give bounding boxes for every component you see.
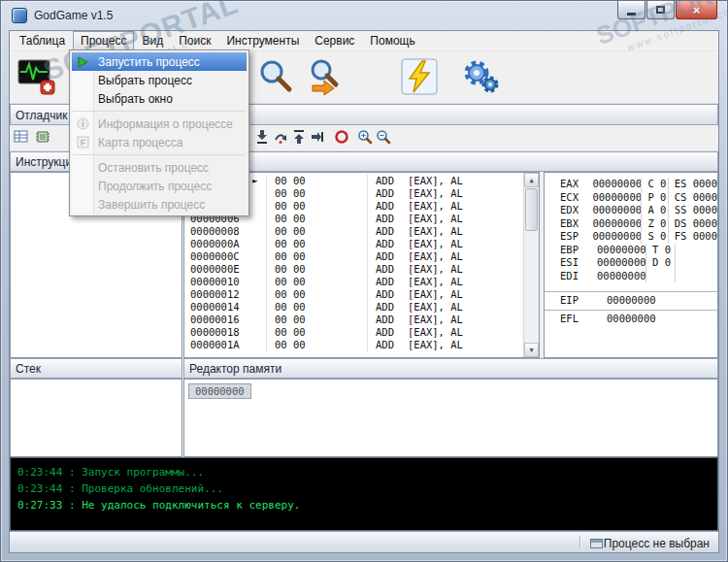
disasm-row[interactable]: 0000001200 00ADD[EAX], AL <box>184 288 523 301</box>
register-row[interactable]: ESI00000000D 0 <box>545 256 717 270</box>
menu-separator <box>73 111 246 112</box>
menu-item-select-process[interactable]: Выбрать процесс <box>72 71 247 89</box>
register-row[interactable]: EBP00000000T 0 <box>545 244 717 257</box>
menubar-item-service[interactable]: Сервис <box>307 31 362 51</box>
gears-icon <box>462 57 501 99</box>
flag-value <box>645 270 675 283</box>
register-row[interactable]: EDI00000000 <box>545 270 717 283</box>
disasm-bytes: 00 00 <box>266 314 367 326</box>
menubar-item-search[interactable]: Поиск <box>171 31 218 51</box>
menu-item-terminate-process[interactable]: Завершить процесс <box>72 195 247 214</box>
zoom-in-button[interactable] <box>355 128 375 148</box>
register-row[interactable]: EDX00000000A 0SS 0000 <box>545 204 717 217</box>
run-to-cursor-button[interactable] <box>308 128 327 148</box>
disasm-mnemonic: ADD <box>367 276 408 288</box>
settings-button[interactable] <box>458 54 505 101</box>
disasm-operands: [EAX], AL <box>408 225 523 238</box>
segment-value: ES 0000 <box>668 178 717 191</box>
disasm-row[interactable]: 0000000E00 00ADD[EAX], AL <box>184 263 523 276</box>
disasm-bytes: 00 00 <box>266 339 367 351</box>
scroll-up-icon[interactable]: ▲ <box>524 173 539 187</box>
register-name: EAX <box>560 178 592 191</box>
process-status-text: Процесс не выбран <box>604 537 710 550</box>
maximize-button[interactable] <box>646 1 675 19</box>
disasm-row[interactable]: 0000001400 00ADD[EAX], AL <box>184 301 523 314</box>
update-button[interactable] <box>396 54 443 101</box>
disasm-operands: [EAX], AL <box>408 301 523 314</box>
register-value: 00000000 <box>592 217 641 231</box>
disasm-operands: [EAX], AL <box>408 175 523 187</box>
disasm-operands: [EAX], AL <box>408 288 523 301</box>
step-over-button[interactable] <box>271 128 290 148</box>
view-table-button[interactable] <box>12 128 31 148</box>
menubar-item-process[interactable]: Процесс <box>73 31 134 51</box>
menu-item-stop-process[interactable]: Остановить процесс <box>72 158 247 177</box>
disasm-row[interactable]: 0000000A00 00ADD[EAX], AL <box>184 238 523 250</box>
memory-address-cell[interactable]: 00000000 <box>188 383 251 399</box>
disasm-address: 00000008 <box>184 225 252 238</box>
scroll-down-icon[interactable]: ▼ <box>524 343 539 357</box>
disasm-mnemonic: ADD <box>367 339 408 351</box>
register-row[interactable]: EBX00000000Z 0DS 0000 <box>545 217 717 231</box>
disasm-row[interactable]: 0000001000 00ADD[EAX], AL <box>184 276 523 288</box>
segment-value: FS 0000 <box>668 230 717 244</box>
disasm-row[interactable]: 0000000800 00ADD[EAX], AL <box>184 225 523 238</box>
search-next-button[interactable] <box>303 54 349 101</box>
disasm-row[interactable]: 0000001600 00ADD[EAX], AL <box>184 314 523 326</box>
menu-item-process-info[interactable]: iИнформация о процессе <box>72 115 247 133</box>
menu-item-run-process[interactable]: Запустить процесс <box>72 52 247 71</box>
disasm-bytes: 00 00 <box>266 187 367 200</box>
menubar-item-help[interactable]: Помощь <box>362 31 422 51</box>
register-name: EBX <box>560 217 592 231</box>
statusbar: Процесс не выбран <box>10 531 718 552</box>
disasm-bytes: 00 00 <box>266 276 367 288</box>
menu-item-continue-process[interactable]: Продолжить процесс <box>72 177 247 195</box>
debugger-button[interactable] <box>14 54 60 101</box>
disasm-row[interactable]: 0000000C00 00ADD[EAX], AL <box>184 250 523 263</box>
register-row[interactable]: EFL00000000 <box>545 310 717 326</box>
search-button[interactable] <box>252 54 299 101</box>
stack-label: Стек <box>16 362 41 376</box>
registers-panel[interactable]: EAX00000000C 0ES 0000ECX00000000P 0CS 00… <box>544 172 718 358</box>
register-row[interactable]: EIP00000000 <box>545 291 717 308</box>
disasm-address: 0000001A <box>184 339 252 351</box>
step-out-button[interactable] <box>289 128 309 148</box>
stack-panel[interactable] <box>10 379 182 457</box>
memory-editor[interactable]: 00000000 <box>183 379 718 457</box>
zoom-out-button[interactable] <box>374 128 393 148</box>
scrollbar-thumb[interactable] <box>525 188 538 231</box>
register-name: EFL <box>560 313 597 326</box>
minimize-button[interactable] <box>617 1 645 19</box>
disasm-row[interactable]: 0000001800 00ADD[EAX], AL <box>184 326 523 339</box>
disasm-bytes: 00 00 <box>266 200 367 213</box>
menubar-item-view[interactable]: Вид <box>134 31 171 51</box>
register-row[interactable]: EAX00000000C 0ES 0000 <box>545 178 717 191</box>
disasm-row[interactable]: 0000001A00 00ADD[EAX], AL <box>184 339 523 351</box>
scrollbar[interactable]: ▲ ▼ <box>523 173 539 357</box>
menu-icon-slot <box>72 177 93 195</box>
disasm-address: 00000010 <box>184 276 252 288</box>
zoom-out-icon <box>376 129 391 148</box>
view-memory-button[interactable] <box>33 128 52 148</box>
log-console[interactable]: 0:23:44 : Запуск программы...0:23:44 : П… <box>10 457 718 531</box>
disasm-marker-slot <box>252 187 266 200</box>
close-button[interactable]: × <box>676 1 717 19</box>
app-window: SOFTPORTAL www.softportal.com SOFTPORTAL… <box>0 0 728 562</box>
disasm-mnemonic: ADD <box>367 187 408 200</box>
register-row[interactable]: ESP00000000S 0FS 0000 <box>545 230 717 244</box>
disasm-bytes: 00 00 <box>266 301 367 314</box>
play-icon <box>72 52 93 71</box>
register-row[interactable]: ECX00000000P 0CS 0000 <box>545 191 717 205</box>
menubar-item-table[interactable]: Таблица <box>12 31 73 51</box>
menu-item-select-window[interactable]: Выбрать окно <box>72 89 247 108</box>
titlebar[interactable]: GodGame v1.5 × <box>1 1 727 30</box>
menu-item-label: Остановить процесс <box>93 161 209 175</box>
disasm-marker-slot <box>252 263 266 276</box>
register-name: EDX <box>560 204 592 217</box>
stop-button[interactable] <box>332 128 351 148</box>
menu-item-label: Карта процесса <box>93 136 182 149</box>
disasm-operands: [EAX], AL <box>408 326 523 339</box>
step-into-button[interactable] <box>252 128 272 148</box>
menubar-item-tools[interactable]: Инструменты <box>218 31 307 51</box>
menu-item-process-map[interactable]: FКарта процесса <box>72 133 247 151</box>
